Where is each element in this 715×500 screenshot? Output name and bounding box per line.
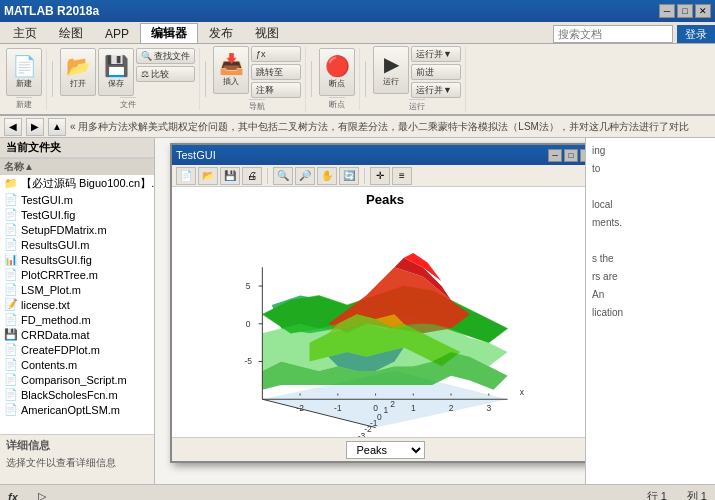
separator-3 [311, 61, 312, 97]
file-item[interactable]: 💾 CRRData.mat [0, 327, 154, 342]
plot-tb-zoom-out[interactable]: 🔎 [295, 167, 315, 185]
plot-tb-legend[interactable]: ≡ [392, 167, 412, 185]
gotoref-button[interactable]: 跳转至 [251, 64, 301, 80]
tab-home[interactable]: 主页 [2, 23, 48, 43]
run-arrow[interactable]: ▷ [38, 490, 46, 500]
run-advance-label: 运行并▼ [416, 48, 452, 61]
file-icon: 📄 [4, 223, 18, 236]
file-item[interactable]: 📄 LSM_Plot.m [0, 282, 154, 297]
fx-icon: ƒx [256, 49, 266, 59]
window-controls: ─ □ ✕ [659, 4, 711, 18]
plot-minimize-button[interactable]: ─ [548, 149, 562, 162]
comment-button[interactable]: 注释 [251, 82, 301, 98]
search-input[interactable] [553, 25, 673, 43]
breakpoint-button[interactable]: 🔴 断点 [319, 48, 355, 96]
tab-app[interactable]: APP [94, 23, 140, 43]
plot-window: TestGUI ─ □ ✕ 📄 📂 💾 🖨 🔍 🔎 ✋ 🔄 ✛ [170, 143, 585, 463]
plot-window-title: TestGUI [176, 149, 216, 161]
save-button[interactable]: 💾 保存 [98, 48, 134, 96]
file-item[interactable]: 📄 TestGUI.fig [0, 207, 154, 222]
peaks-chart: Peaks [172, 187, 585, 437]
findfile-button[interactable]: 🔍 查找文件 [136, 48, 195, 64]
svg-text:-2: -2 [296, 403, 304, 413]
run-stop-button[interactable]: 运行并▼ [411, 82, 461, 98]
left-panel: 当前文件夹 名称▲ 📁 【必过源码 Biguo100.cn】... 📄 Test… [0, 138, 155, 484]
tab-view[interactable]: 视图 [244, 23, 290, 43]
file-item[interactable]: 📄 ResultsGUI.m [0, 237, 154, 252]
file-name: PlotCRRTree.m [21, 269, 98, 281]
file-item[interactable]: 📄 BlackScholesFcn.m [0, 387, 154, 402]
close-button[interactable]: ✕ [695, 4, 711, 18]
file-item[interactable]: 📁 【必过源码 Biguo100.cn】... [0, 175, 154, 192]
plot-type-dropdown[interactable]: Peaks [346, 441, 425, 459]
insert-button[interactable]: 📥 插入 [213, 46, 249, 94]
file-icon: 📄 [4, 238, 18, 251]
plot-tb-print[interactable]: 🖨 [242, 167, 262, 185]
status-row: 行 1 [647, 489, 667, 500]
new-icon: 📄 [12, 56, 37, 76]
plot-tb-zoom-in[interactable]: 🔍 [273, 167, 293, 185]
svg-text:2: 2 [390, 399, 395, 409]
file-icon: 📊 [4, 253, 18, 266]
svg-text:-1: -1 [334, 403, 342, 413]
nav-small-group: ƒx 跳转至 注释 [251, 46, 301, 98]
file-item[interactable]: 📄 SetupFDMatrix.m [0, 222, 154, 237]
file-group-label: 文件 [120, 97, 136, 110]
file-icon: 📄 [4, 403, 18, 416]
path-up-button[interactable]: ▲ [48, 118, 66, 136]
run-section-label: 前进 [416, 66, 434, 79]
file-name: LSM_Plot.m [21, 284, 81, 296]
plot-tb-open[interactable]: 📂 [198, 167, 218, 185]
plot-tb-new[interactable]: 📄 [176, 167, 196, 185]
tab-editor[interactable]: 编辑器 [140, 23, 198, 43]
main-content: 当前文件夹 名称▲ 📁 【必过源码 Biguo100.cn】... 📄 Test… [0, 138, 715, 484]
run-section-button[interactable]: 前进 [411, 64, 461, 80]
file-item[interactable]: 📄 PlotCRRTree.m [0, 267, 154, 282]
path-back-button[interactable]: ◀ [4, 118, 22, 136]
plot-tb-cursor[interactable]: ✛ [370, 167, 390, 185]
run-advance-button[interactable]: 运行并▼ [411, 46, 461, 62]
run-button[interactable]: ▶ 运行 [373, 46, 409, 94]
fx-button[interactable]: ƒx [251, 46, 301, 62]
run-small-group: 运行并▼ 前进 运行并▼ [411, 46, 461, 98]
file-name: FD_method.m [21, 314, 91, 326]
file-item[interactable]: 📄 Contents.m [0, 357, 154, 372]
file-item[interactable]: 📄 Comparison_Script.m [0, 372, 154, 387]
plot-close-button[interactable]: ✕ [580, 149, 585, 162]
file-item[interactable]: 📄 FD_method.m [0, 312, 154, 327]
tab-publish[interactable]: 发布 [198, 23, 244, 43]
plot-tb-pan[interactable]: ✋ [317, 167, 337, 185]
file-icon: 📄 [4, 358, 18, 371]
compare-button[interactable]: ⚖ 比较 [136, 66, 195, 82]
run-icon: ▶ [384, 54, 399, 74]
open-button[interactable]: 📂 打开 [60, 48, 96, 96]
login-button[interactable]: 登录 [677, 25, 715, 43]
file-icon: 💾 [4, 328, 18, 341]
file-item[interactable]: 📄 TestGUI.m [0, 192, 154, 207]
file-item[interactable]: 📄 CreateFDPlot.m [0, 342, 154, 357]
toolbar-group-file: 📂 打开 💾 保存 🔍 查找文件 ⚖ 比较 [58, 48, 200, 110]
file-item[interactable]: 📝 license.txt [0, 297, 154, 312]
debug-group-label: 断点 [329, 97, 345, 110]
tab-plot[interactable]: 绘图 [48, 23, 94, 43]
plot-maximize-button[interactable]: □ [564, 149, 578, 162]
maximize-button[interactable]: □ [677, 4, 693, 18]
plot-tb-save[interactable]: 💾 [220, 167, 240, 185]
new-button[interactable]: 📄 新建 [6, 48, 42, 96]
minimize-button[interactable]: ─ [659, 4, 675, 18]
plot-tb-rotate[interactable]: 🔄 [339, 167, 359, 185]
file-name: Comparison_Script.m [21, 374, 127, 386]
svg-text:0: 0 [377, 412, 382, 422]
file-name: ResultsGUI.fig [21, 254, 92, 266]
file-item[interactable]: 📄 AmericanOptLSM.m [0, 402, 154, 417]
run-stop-label: 运行并▼ [416, 84, 452, 97]
file-item[interactable]: 📊 ResultsGUI.fig [0, 252, 154, 267]
path-bar: ◀ ▶ ▲ « 用多种方法求解美式期权定价问题，其中包括二叉树方法，有限差分法，… [0, 116, 715, 138]
svg-text:5: 5 [246, 281, 251, 291]
path-forward-button[interactable]: ▶ [26, 118, 44, 136]
file-icon: 📝 [4, 298, 18, 311]
svg-text:-5: -5 [244, 356, 252, 366]
toolbar-group-debug: 🔴 断点 断点 [317, 48, 360, 110]
file-icon: 📄 [4, 193, 18, 206]
comment-label: 注释 [256, 84, 274, 97]
